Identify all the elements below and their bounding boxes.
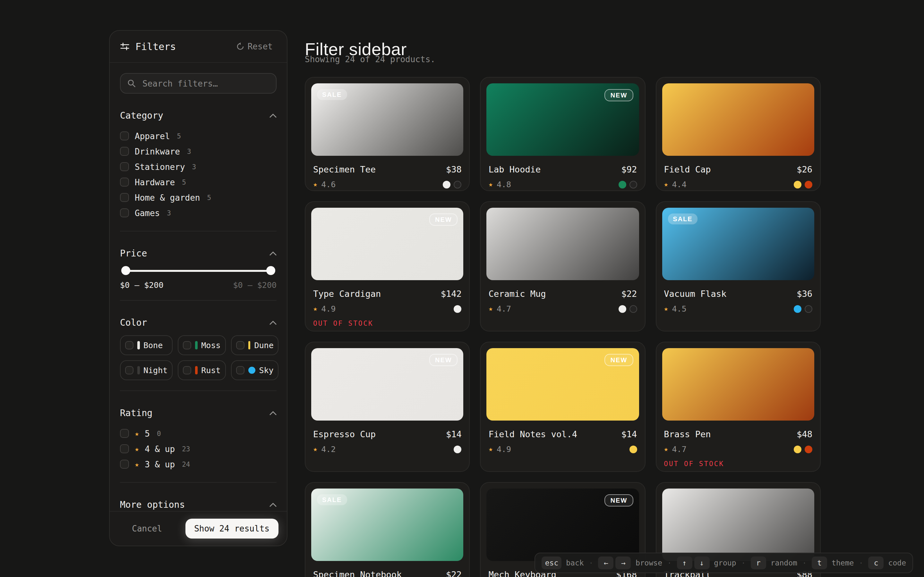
cancel-button[interactable]: Cancel	[128, 523, 166, 534]
key-r: r	[751, 556, 766, 569]
product-swatches	[794, 445, 813, 453]
product-meta-row: ★ 4.9	[311, 304, 464, 314]
product-rating: ★ 4.5	[664, 304, 686, 314]
filter-checkbox-row[interactable]: ★ 3 & up 24	[120, 456, 276, 472]
checkbox[interactable]	[236, 366, 244, 374]
filter-checkbox-row[interactable]: Stationery 3	[120, 159, 276, 174]
filter-checkbox-row[interactable]: ★ 4 & up 23	[120, 441, 276, 456]
filter-checkbox-row[interactable]: Drinkware 3	[120, 143, 276, 159]
checkbox[interactable]	[183, 366, 191, 374]
color-chip[interactable]: Night	[120, 360, 173, 380]
checkbox-count: 3	[192, 163, 196, 171]
star-icon: ★	[664, 305, 668, 312]
hint-keys: c	[869, 556, 884, 569]
hint-group: t theme	[812, 556, 854, 569]
price-slider-track	[125, 270, 271, 271]
filter-checkbox-row[interactable]: Home & garden 5	[120, 190, 276, 205]
product-meta-row: ★ 4.7	[662, 444, 814, 454]
section-more-header[interactable]: More options	[120, 500, 276, 510]
reset-button[interactable]: Reset	[232, 41, 276, 52]
product-card[interactable]: Field Cap $26 ★ 4.4	[656, 77, 821, 191]
checkbox[interactable]	[125, 341, 134, 350]
color-chip[interactable]: Bone	[120, 335, 173, 355]
rust-swatch-dot	[804, 181, 813, 188]
color-chip[interactable]: Rust	[178, 360, 226, 380]
filter-checkbox-row[interactable]: Apparel 5	[120, 128, 276, 143]
product-name-row: Lab Hoodie $92	[487, 164, 639, 174]
product-card[interactable]: NEW Espresso Cup $14 ★ 4.2	[305, 342, 470, 472]
product-card[interactable]: SALE Vacuum Flask $36 ★ 4.5	[656, 201, 821, 332]
star-icon: ★	[313, 446, 317, 453]
hint-group: r random	[751, 556, 797, 569]
category-list: Apparel 5 Drinkware 3 Stationery 3 Hardw…	[120, 128, 276, 221]
product-price: $22	[446, 569, 462, 577]
section-category-header[interactable]: Category	[120, 110, 276, 121]
section-color-header[interactable]: Color	[120, 318, 276, 327]
color-swatch	[248, 367, 255, 374]
checkbox[interactable]	[125, 366, 134, 374]
checkbox[interactable]	[120, 460, 129, 469]
checkbox[interactable]	[236, 341, 244, 350]
color-chip[interactable]: Sky	[231, 360, 279, 380]
product-rating: ★ 4.2	[313, 444, 336, 454]
checkbox[interactable]	[120, 162, 129, 171]
dune-swatch-dot	[794, 181, 801, 188]
product-image: NEW	[311, 208, 464, 280]
hint-separator: ·	[803, 559, 806, 567]
checkbox[interactable]	[120, 193, 129, 202]
product-swatches	[443, 181, 462, 188]
checkbox-label: Games	[135, 208, 160, 218]
price-slider-min-handle[interactable]	[121, 266, 130, 275]
product-image	[662, 488, 814, 561]
checkbox[interactable]	[120, 147, 129, 156]
hint-label: back	[566, 558, 583, 567]
filter-checkbox-row[interactable]: Hardware 5	[120, 174, 276, 190]
checkbox[interactable]	[120, 429, 129, 438]
night-swatch-dot	[629, 305, 637, 313]
product-card[interactable]: SALE Specimen Tee $38 ★ 4.6	[305, 77, 470, 191]
checkbox[interactable]	[120, 444, 129, 453]
star-icon: ★	[313, 181, 317, 188]
product-rating: ★ 4.4	[664, 179, 686, 189]
out-of-stock-label: OUT OF STOCK	[311, 319, 464, 327]
checkbox[interactable]	[120, 177, 129, 187]
product-badge: SALE	[668, 213, 698, 224]
color-chip[interactable]: Dune	[231, 335, 279, 355]
product-card[interactable]: SALE Specimen Notebook $22 ★	[305, 482, 470, 577]
product-card[interactable]: NEW Lab Hoodie $92 ★ 4.8	[480, 77, 646, 191]
star-icon: ★	[135, 461, 139, 468]
product-card[interactable]: NEW Field Notes vol.4 $14 ★ 4.9	[480, 342, 646, 472]
filter-checkbox-row[interactable]: ★ 5 0	[120, 426, 276, 441]
color-chip[interactable]: Moss	[178, 335, 226, 355]
chevron-up-icon	[270, 320, 276, 325]
dune-swatch-dot	[629, 445, 637, 453]
hint-group: c code	[869, 556, 906, 569]
checkbox[interactable]	[183, 341, 191, 350]
rating-value: 4.2	[321, 444, 336, 454]
product-card[interactable]: NEW Type Cardigan $142 ★ 4.9 OUT OF STOC…	[305, 201, 470, 332]
color-chip-label: Moss	[201, 340, 220, 350]
price-slider-max-handle[interactable]	[266, 266, 275, 275]
price-slider	[121, 266, 275, 275]
product-swatches	[794, 305, 813, 313]
product-card[interactable]: Ceramic Mug $22 ★ 4.7	[480, 201, 646, 332]
key-t: t	[812, 556, 827, 569]
section-rating-header[interactable]: Rating	[120, 408, 276, 418]
star-icon: ★	[135, 445, 139, 452]
section-more-title: More options	[120, 500, 185, 510]
checkbox[interactable]	[120, 208, 129, 218]
key-→: →	[615, 556, 631, 569]
filter-checkbox-row[interactable]: Games 3	[120, 205, 276, 221]
section-price-header[interactable]: Price	[120, 248, 276, 258]
checkbox[interactable]	[120, 131, 129, 140]
color-chip-label: Night	[144, 366, 168, 375]
product-image: NEW	[311, 348, 464, 421]
search-input[interactable]	[141, 78, 270, 89]
product-price: $48	[796, 429, 813, 439]
show-results-button[interactable]: Show 24 results	[185, 519, 278, 538]
product-price: $92	[622, 164, 637, 174]
product-card[interactable]: Brass Pen $48 ★ 4.7 OUT OF STOCK	[656, 342, 821, 472]
filter-search[interactable]	[120, 73, 276, 93]
bone-swatch-dot	[454, 445, 462, 453]
product-image: NEW	[487, 488, 639, 561]
